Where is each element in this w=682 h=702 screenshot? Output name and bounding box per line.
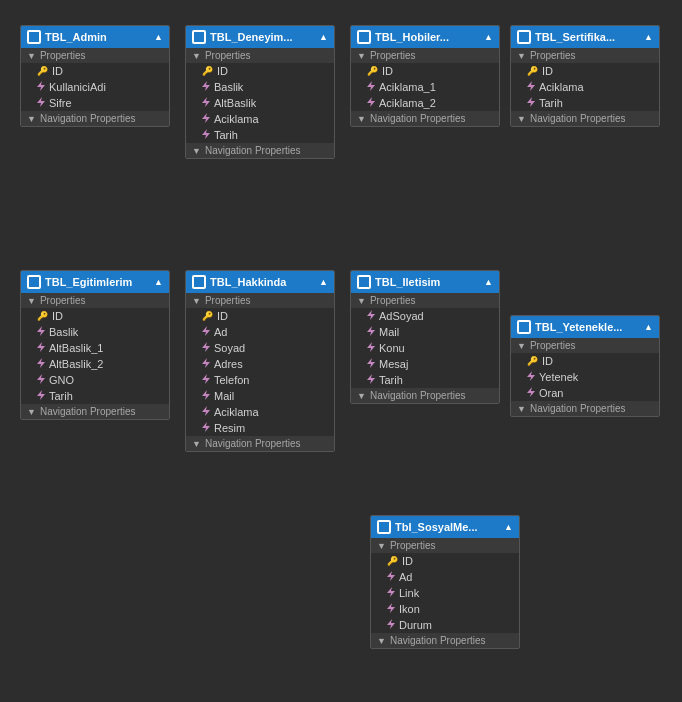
field-name: KullaniciAdi [49,81,106,93]
table-grid-icon [357,30,371,44]
collapse-icon[interactable]: ▲ [154,277,163,287]
table-title: TBL_Yetenekle... [535,321,622,333]
key-icon: 🔑 [202,311,213,321]
properties-label: Properties [390,540,436,551]
field-name: Link [399,587,419,599]
key-icon: 🔑 [527,66,538,76]
table-grid-icon [377,520,391,534]
svg-rect-6 [195,38,199,42]
properties-section-header[interactable]: ▼Properties [371,538,519,553]
properties-section-header[interactable]: ▼Properties [351,48,499,63]
nav-properties-section-header[interactable]: ▼Navigation Properties [351,388,499,403]
nav-properties-section-header[interactable]: ▼Navigation Properties [511,111,659,126]
field-name: Tarih [379,374,403,386]
svg-rect-12 [520,33,524,37]
table-header-tbl_sertifika[interactable]: TBL_Sertifika...▲ [511,26,659,48]
field-name: ID [52,310,63,322]
properties-expand-icon: ▼ [192,296,201,306]
field-row: 🔑ID [186,63,334,79]
table-header-tbl_sosyal[interactable]: TbI_SosyalMe...▲ [371,516,519,538]
table-header-tbl_iletisim[interactable]: TBL_Iletisim▲ [351,271,499,293]
collapse-icon[interactable]: ▲ [319,277,328,287]
nav-properties-section-header[interactable]: ▼Navigation Properties [186,143,334,158]
field-row: AdSoyad [351,308,499,324]
field-icon [37,326,45,338]
nav-properties-section-header[interactable]: ▼Navigation Properties [351,111,499,126]
collapse-icon[interactable]: ▲ [484,32,493,42]
nav-properties-label: Navigation Properties [530,403,626,414]
nav-expand-icon: ▼ [27,114,36,124]
field-name: Mesaj [379,358,408,370]
collapse-icon[interactable]: ▲ [644,32,653,42]
field-name: ID [52,65,63,77]
table-header-tbl_deneyim[interactable]: TBL_Deneyim...▲ [186,26,334,48]
field-row: AltBaslik_2 [21,356,169,372]
field-row: Telefon [186,372,334,388]
properties-expand-icon: ▼ [192,51,201,61]
nav-properties-label: Navigation Properties [40,406,136,417]
table-header-tbl_yetenekler[interactable]: TBL_Yetenekle...▲ [511,316,659,338]
properties-expand-icon: ▼ [357,51,366,61]
table-title: TBL_Egitimlerim [45,276,132,288]
field-row: Mail [186,388,334,404]
table-header-tbl_hakkinda[interactable]: TBL_Hakkinda▲ [186,271,334,293]
field-icon [202,326,210,338]
nav-properties-section-header[interactable]: ▼Navigation Properties [21,404,169,419]
field-icon [367,358,375,370]
properties-label: Properties [40,50,86,61]
table-grid-icon [27,30,41,44]
svg-rect-16 [30,278,34,282]
field-name: ID [217,310,228,322]
field-row: Link [371,585,519,601]
nav-properties-section-header[interactable]: ▼Navigation Properties [21,111,169,126]
properties-section-header[interactable]: ▼Properties [21,293,169,308]
properties-section-header[interactable]: ▼Properties [186,48,334,63]
properties-label: Properties [370,295,416,306]
field-row: 🔑ID [511,63,659,79]
properties-section-header[interactable]: ▼Properties [351,293,499,308]
svg-rect-8 [360,33,364,37]
svg-rect-9 [365,33,369,37]
table-card-tbl_egitim: TBL_Egitimlerim▲▼Properties🔑ID Baslik Al… [20,270,170,420]
field-name: Resim [214,422,245,434]
collapse-icon[interactable]: ▲ [504,522,513,532]
properties-expand-icon: ▼ [517,341,526,351]
nav-properties-label: Navigation Properties [370,390,466,401]
properties-label: Properties [370,50,416,61]
field-icon [367,81,375,93]
properties-section-header[interactable]: ▼Properties [511,338,659,353]
collapse-icon[interactable]: ▲ [644,322,653,332]
field-name: Mail [379,326,399,338]
svg-rect-18 [30,283,34,287]
field-row: Soyad [186,340,334,356]
field-icon [527,387,535,399]
field-icon [202,97,210,109]
nav-properties-section-header[interactable]: ▼Navigation Properties [511,401,659,416]
properties-section-header[interactable]: ▼Properties [186,293,334,308]
table-header-tbl_admin[interactable]: TBL_Admin▲ [21,26,169,48]
field-name: ID [402,555,413,567]
field-row: Aciklama [511,79,659,95]
svg-rect-28 [520,323,524,327]
collapse-icon[interactable]: ▲ [319,32,328,42]
field-name: Yetenek [539,371,578,383]
key-icon: 🔑 [527,356,538,366]
field-row: Durum [371,617,519,633]
field-icon [387,603,395,615]
field-name: AltBaslik_1 [49,342,103,354]
collapse-icon[interactable]: ▲ [484,277,493,287]
field-row: Yetenek [511,369,659,385]
table-header-tbl_hobiler[interactable]: TBL_Hobiler...▲ [351,26,499,48]
field-row: Tarih [21,388,169,404]
table-header-tbl_egitim[interactable]: TBL_Egitimlerim▲ [21,271,169,293]
nav-properties-section-header[interactable]: ▼Navigation Properties [371,633,519,648]
properties-section-header[interactable]: ▼Properties [21,48,169,63]
collapse-icon[interactable]: ▲ [154,32,163,42]
field-row: AltBaslik [186,95,334,111]
properties-label: Properties [530,50,576,61]
properties-section-header[interactable]: ▼Properties [511,48,659,63]
field-row: Aciklama [186,404,334,420]
properties-label: Properties [40,295,86,306]
nav-properties-section-header[interactable]: ▼Navigation Properties [186,436,334,451]
table-card-tbl_sosyal: TbI_SosyalMe...▲▼Properties🔑ID Ad Link I… [370,515,520,649]
